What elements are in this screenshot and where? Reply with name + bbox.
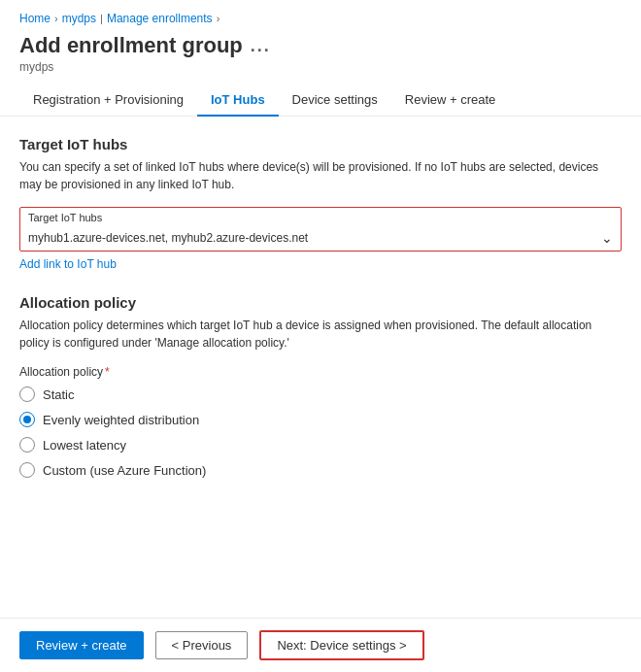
radio-circle-evenly-weighted <box>19 412 35 427</box>
breadcrumb-sep-2: | <box>100 13 103 24</box>
radio-label-evenly-weighted: Evenly weighted distribution <box>43 413 199 427</box>
main-content: Target IoT hubs You can specify a set of… <box>0 117 641 618</box>
radio-label-custom: Custom (use Azure Function) <box>43 463 206 478</box>
radio-circle-custom <box>19 462 35 478</box>
required-star: * <box>105 365 110 379</box>
breadcrumb-home[interactable]: Home <box>19 12 51 25</box>
target-iot-hubs-field-label: Target IoT hubs <box>20 208 621 225</box>
allocation-policy-title: Allocation policy <box>19 294 622 311</box>
radio-circle-static <box>19 386 35 402</box>
footer: Review + create < Previous Next: Device … <box>0 618 641 672</box>
target-iot-hubs-dropdown-container[interactable]: Target IoT hubs myhub1.azure-devices.net… <box>19 207 622 252</box>
allocation-policy-field-label: Allocation policy* <box>19 365 622 379</box>
allocation-policy-description: Allocation policy determines which targe… <box>19 317 622 352</box>
radio-static[interactable]: Static <box>19 386 622 402</box>
allocation-policy-section: Allocation policy Allocation policy dete… <box>19 294 622 478</box>
tab-device-settings[interactable]: Device settings <box>279 84 391 117</box>
radio-evenly-weighted[interactable]: Evenly weighted distribution <box>19 412 622 427</box>
tab-registration[interactable]: Registration + Provisioning <box>19 84 197 117</box>
page-subtitle: mydps <box>19 60 622 74</box>
target-iot-hubs-title: Target IoT hubs <box>19 136 622 152</box>
breadcrumb: Home › mydps | Manage enrollments › <box>0 0 641 31</box>
tab-iot-hubs[interactable]: IoT Hubs <box>197 84 279 117</box>
add-link-to-iot-hub[interactable]: Add link to IoT hub <box>19 257 117 271</box>
target-iot-hubs-description: You can specify a set of linked IoT hubs… <box>19 158 622 193</box>
radio-lowest-latency[interactable]: Lowest latency <box>19 437 622 453</box>
page-title-section: Add enrollment group ... mydps <box>0 31 641 84</box>
breadcrumb-sep-3: › <box>217 13 220 24</box>
radio-label-static: Static <box>43 387 75 402</box>
tab-review-create[interactable]: Review + create <box>391 84 510 117</box>
target-iot-hubs-field-row: myhub1.azure-devices.net, myhub2.azure-d… <box>20 225 621 251</box>
radio-circle-lowest-latency <box>19 437 35 453</box>
target-iot-hubs-value: myhub1.azure-devices.net, myhub2.azure-d… <box>28 231 308 245</box>
breadcrumb-mydps[interactable]: mydps <box>62 12 96 25</box>
chevron-down-icon: ⌄ <box>601 230 613 246</box>
radio-custom[interactable]: Custom (use Azure Function) <box>19 462 622 478</box>
breadcrumb-sep-1: › <box>54 13 58 24</box>
page-title-text: Add enrollment group <box>19 33 243 58</box>
tabs-nav: Registration + Provisioning IoT Hubs Dev… <box>0 84 641 117</box>
radio-label-lowest-latency: Lowest latency <box>43 438 126 453</box>
review-create-button[interactable]: Review + create <box>19 631 144 659</box>
page-title-ellipsis[interactable]: ... <box>251 36 271 56</box>
target-iot-hubs-section: Target IoT hubs You can specify a set of… <box>19 136 622 271</box>
allocation-policy-radio-group: Static Evenly weighted distribution Lowe… <box>19 386 622 478</box>
next-device-settings-button[interactable]: Next: Device settings > <box>259 630 423 660</box>
previous-button[interactable]: < Previous <box>155 631 249 659</box>
page-title: Add enrollment group ... <box>19 33 622 58</box>
breadcrumb-manage-enrollments[interactable]: Manage enrollments <box>107 12 213 25</box>
